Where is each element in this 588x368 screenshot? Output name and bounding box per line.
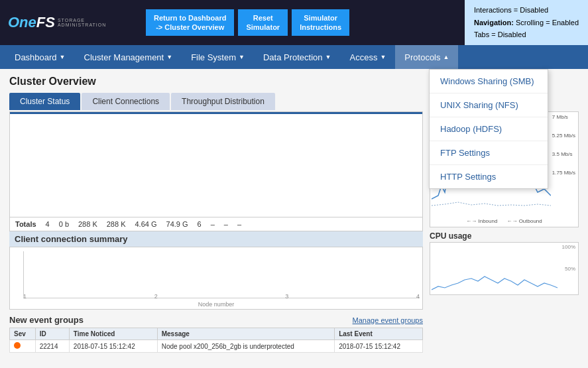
conn-axis: 1 2 3 4	[23, 293, 420, 300]
totals-dash1: –	[211, 220, 215, 228]
logo-admin: ADMINISTRATION	[58, 23, 106, 27]
events-title: New event groups	[9, 315, 84, 325]
dropdown-smb[interactable]: Windows Sharing (SMB)	[430, 70, 548, 93]
message-cell: Node pool x200_256b_2gb is underprotecte…	[157, 340, 334, 353]
tp-label-7: 7 Mb/s	[552, 114, 575, 120]
dropdown-hdfs[interactable]: Hadoop (HDFS)	[430, 117, 548, 141]
col-last: Last Event	[335, 328, 423, 340]
cpu-section: CPU usage 100% 50%	[430, 231, 579, 295]
info-tabs: Tabs = Disabled	[474, 29, 579, 41]
nav-dashboard[interactable]: Dashboard ▼	[5, 45, 75, 69]
totals-val2: 288 K	[78, 220, 97, 228]
tab-throughput[interactable]: Throughput Distribution	[171, 93, 275, 110]
tp-label-35: 3.5 Mb/s	[552, 151, 575, 157]
logo-text: OneFS	[8, 14, 55, 31]
dropdown-http[interactable]: HTTP Settings	[430, 165, 548, 188]
table-row: 22214 2018-07-15 15:12:42 Node pool x200…	[10, 340, 423, 353]
header-buttons: Return to Dashboard-> Cluster Overview R…	[139, 0, 356, 45]
throughput-chart	[9, 111, 423, 217]
tp-legend: ←→ Inbound ←→ Outbound	[430, 218, 578, 224]
header-info: Interactions = Disabled Navigation: Scro…	[465, 0, 588, 45]
totals-val6: 6	[198, 220, 202, 228]
totals-label: Totals	[15, 220, 36, 228]
totals-count: 4	[46, 220, 50, 228]
reset-button[interactable]: ResetSimulator	[238, 9, 288, 36]
cpu-top-label: 100%	[562, 244, 575, 250]
conn-x-label: Node number	[198, 301, 235, 308]
sev-icon	[14, 342, 21, 349]
simulator-button[interactable]: SimulatorInstructions	[292, 9, 349, 36]
col-id: ID	[35, 328, 69, 340]
conn-title: Client connection summary	[9, 231, 423, 247]
chart-empty	[10, 114, 422, 217]
dropdown-nfs[interactable]: UNIX Sharing (NFS)	[430, 93, 548, 117]
logo: OneFS	[8, 14, 55, 31]
conn-chart: 1 2 3 4 Node number	[9, 247, 423, 310]
cpu-chart: 100% 50%	[430, 242, 579, 295]
logo-area: OneFS STORAGE ADMINISTRATION	[0, 0, 139, 45]
tab-cluster-status[interactable]: Cluster Status	[9, 93, 80, 110]
chevron-down-icon: ▼	[325, 54, 331, 60]
last-event-cell: 2018-07-15 15:12:42	[335, 340, 423, 353]
tp-label-525: 5.25 Mb/s	[552, 133, 575, 139]
totals-val5: 74.9 G	[166, 220, 188, 228]
dashboard-button[interactable]: Return to Dashboard-> Cluster Overview	[146, 9, 234, 36]
totals-dash3: –	[237, 220, 241, 228]
sev-cell	[10, 340, 36, 353]
cpu-mid-label: 50%	[565, 266, 575, 272]
nav-cluster-management[interactable]: Cluster Management ▼	[75, 45, 182, 69]
id-cell: 22214	[35, 340, 69, 353]
col-message: Message	[157, 328, 334, 340]
totals-val4: 4.64 G	[135, 220, 157, 228]
events-section: New event groups Manage event groups	[9, 315, 423, 325]
left-column: Totals 4 0 b 288 K 288 K 4.64 G 74.9 G 6…	[9, 111, 423, 353]
conn-axes	[23, 251, 420, 298]
nav-file-system[interactable]: File System ▼	[182, 45, 254, 69]
time-cell: 2018-07-15 15:12:42	[69, 340, 157, 353]
col-sev: Sev	[10, 328, 36, 340]
chevron-down-icon: ▼	[239, 54, 245, 60]
logo-storage: STORAGE	[58, 18, 106, 23]
tp-y-labels: 7 Mb/s 5.25 Mb/s 3.5 Mb/s 1.75 Mb/s	[552, 114, 575, 176]
totals-row: Totals 4 0 b 288 K 288 K 4.64 G 74.9 G 6…	[9, 217, 423, 231]
tp-label-175: 1.75 Mb/s	[552, 170, 575, 176]
totals-val1: 0 b	[59, 220, 69, 228]
tab-client-connections[interactable]: Client Connections	[82, 93, 170, 110]
info-navigation: Navigation: Scrolling = Enabled	[474, 17, 579, 29]
cpu-title: CPU usage	[430, 231, 579, 241]
legend-inbound: ←→ Inbound	[466, 218, 497, 224]
logo-subtitle: STORAGE ADMINISTRATION	[58, 18, 106, 27]
chevron-down-icon: ▲	[443, 54, 449, 60]
nav-bar: Dashboard ▼ Cluster Management ▼ File Sy…	[0, 45, 588, 69]
info-interactions: Interactions = Disabled	[474, 4, 579, 17]
totals-val3: 288 K	[107, 220, 126, 228]
manage-events-link[interactable]: Manage event groups	[353, 316, 423, 324]
chevron-down-icon: ▼	[166, 54, 172, 60]
chevron-down-icon: ▼	[60, 54, 66, 60]
header: OneFS STORAGE ADMINISTRATION Return to D…	[0, 0, 588, 45]
nav-protocols[interactable]: Protocols ▲	[395, 45, 458, 69]
col-time: Time Noticed	[69, 328, 157, 340]
chevron-down-icon: ▼	[380, 54, 386, 60]
events-table: Sev ID Time Noticed Message Last Event 2…	[9, 328, 423, 353]
nav-data-protection[interactable]: Data Protection ▼	[254, 45, 341, 69]
protocols-dropdown: Windows Sharing (SMB) UNIX Sharing (NFS)…	[429, 69, 548, 189]
legend-outbound: ←→ Outbound	[506, 218, 542, 224]
totals-dash2: –	[224, 220, 228, 228]
cpu-waveform	[432, 247, 561, 293]
client-conn-section: Client connection summary 1 2 3 4 Node n…	[9, 231, 423, 310]
dropdown-ftp[interactable]: FTP Settings	[430, 141, 548, 165]
nav-access[interactable]: Access ▼	[340, 45, 395, 69]
